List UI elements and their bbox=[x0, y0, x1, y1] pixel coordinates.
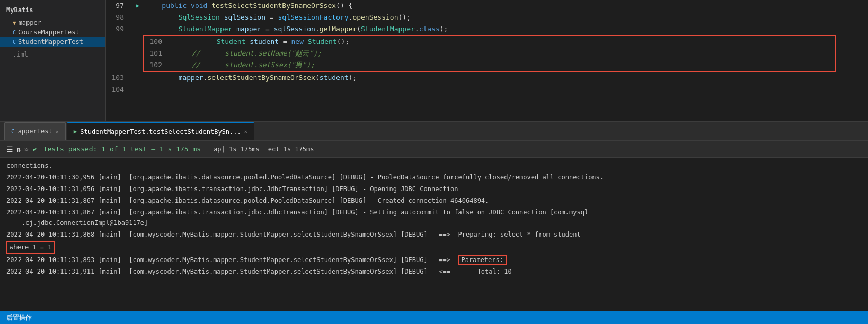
line-gutter-97: ▶ bbox=[132, 0, 143, 12]
test-bar-icons: ☰ ⇅ » bbox=[6, 145, 29, 154]
log-line-4: 2022-04-20-10:11:31,867 [main] [org.apac… bbox=[0, 206, 868, 229]
sidebar-item-label: CourseMapperTest bbox=[18, 29, 79, 36]
sidebar-item-course[interactable]: C CourseMapperTest bbox=[0, 28, 105, 37]
test-bar: ☰ ⇅ » ✔ Tests passed: 1 of 1 test – 1 s … bbox=[0, 141, 868, 158]
boxed-code-block: 100 Student student = new Student(); 101… bbox=[143, 35, 836, 72]
test-item-ect: ect 1s 175ms bbox=[268, 146, 314, 153]
line-content-98: SqlSession sqlSession = sqlSessionFactor… bbox=[143, 12, 868, 23]
line-number-102: 102 bbox=[144, 59, 171, 71]
tab-mapper-test[interactable]: C apperTest ✕ bbox=[4, 122, 66, 140]
line-number-103: 103 bbox=[106, 72, 132, 84]
project-title: MyBatis bbox=[0, 4, 105, 16]
log-line-2: 2022-04-20-10:11:31,056 [main] [org.apac… bbox=[0, 183, 868, 195]
line-number-97: 97 bbox=[106, 0, 132, 12]
line-content-102: // student.setSsex("男"); bbox=[181, 59, 835, 71]
test-passed-text: Tests passed: 1 of 1 test – 1 s 175 ms bbox=[43, 145, 201, 153]
log-line-where: where 1 = 1 bbox=[0, 240, 868, 254]
line-number-99: 99 bbox=[106, 23, 132, 35]
test-info: ap| 1s 175ms ect 1s 175ms bbox=[214, 146, 314, 153]
sidebar-item-label: StudentMapperTest bbox=[18, 38, 83, 46]
run-arrow-icon: ▶ bbox=[136, 0, 139, 12]
tab-close-mapper[interactable]: ✕ bbox=[56, 129, 59, 134]
list-icon[interactable]: ☰ bbox=[6, 145, 13, 154]
sidebar-item-mapper[interactable]: ▼ mapper bbox=[0, 18, 105, 28]
file-icon: C bbox=[13, 30, 16, 35]
code-area: MyBatis ▼ mapper C CourseMapperTest C St… bbox=[0, 0, 868, 122]
sidebar-group: ▼ mapper C CourseMapperTest C StudentMap… bbox=[0, 18, 105, 47]
log-line-1: 2022-04-20-10:11:30,956 [main] [org.apac… bbox=[0, 172, 868, 183]
code-lines: 97 ▶ public void testSelectStudentBySnam… bbox=[106, 0, 868, 95]
sidebar-iml: .iml bbox=[0, 47, 105, 59]
log-line-6: 2022-04-20-10:11:31,893 [main] [com.wysc… bbox=[0, 254, 868, 266]
line-content-103: mapper.selectStudentBySnameOrSsex(studen… bbox=[143, 72, 868, 84]
code-line-103: 103 mapper.selectStudentBySnameOrSsex(st… bbox=[106, 72, 868, 84]
folder-icon: ▼ bbox=[13, 20, 16, 26]
tab-label-student: StudentMapperTest.testSelectStudentBySn.… bbox=[80, 128, 241, 136]
code-line-97: 97 ▶ public void testSelectStudentBySnam… bbox=[106, 0, 868, 12]
line-number-101: 101 bbox=[144, 48, 171, 59]
test-item-ap: ap| 1s 175ms bbox=[214, 146, 260, 153]
line-number-104: 104 bbox=[106, 84, 132, 95]
tab-close-student[interactable]: ✕ bbox=[244, 129, 247, 134]
file-icon: C bbox=[13, 39, 16, 45]
parameters-box: Parameters: bbox=[458, 255, 507, 265]
status-text: 后置操作 bbox=[6, 313, 32, 322]
sort-icon[interactable]: ⇅ bbox=[16, 145, 21, 154]
test-passed-badge: ✔ bbox=[33, 145, 37, 153]
log-line-5: 2022-04-20-10:11:31,868 [main] [com.wysc… bbox=[0, 229, 868, 240]
tab-icon-mapper: C bbox=[11, 128, 15, 135]
chevron-icon[interactable]: » bbox=[24, 145, 28, 154]
log-area: connections. 2022-04-20-10:11:30,956 [ma… bbox=[0, 158, 868, 311]
line-content-100: Student student = new Student(); bbox=[181, 36, 835, 48]
code-line-102: 102 // student.setSsex("男"); bbox=[144, 59, 835, 71]
sidebar-item-student[interactable]: C StudentMapperTest bbox=[0, 37, 105, 47]
iml-label: .iml bbox=[13, 51, 28, 58]
tab-label-mapper: apperTest bbox=[18, 128, 52, 135]
tab-student-test[interactable]: ▶ StudentMapperTest.testSelectStudentByS… bbox=[67, 122, 254, 140]
sidebar: MyBatis ▼ mapper C CourseMapperTest C St… bbox=[0, 0, 106, 121]
tab-icon-student: ▶ bbox=[74, 128, 77, 135]
log-line-0: connections. bbox=[0, 160, 868, 172]
tab-bar: C apperTest ✕ ▶ StudentMapperTest.testSe… bbox=[0, 122, 868, 141]
code-line-99: 99 StudentMapper mapper = sqlSession.get… bbox=[106, 23, 868, 35]
line-content-97: public void testSelectStudentBySnameOrSs… bbox=[143, 0, 868, 12]
main-container: MyBatis ▼ mapper C CourseMapperTest C St… bbox=[0, 0, 868, 324]
line-number-98: 98 bbox=[106, 12, 132, 23]
code-line-101: 101 // student.setName("赵云"); bbox=[144, 48, 835, 59]
log-line-7: 2022-04-20-10:11:31,911 [main] [com.wysc… bbox=[0, 266, 868, 277]
line-content-101: // student.setName("赵云"); bbox=[181, 48, 835, 59]
log-line-3: 2022-04-20-10:11:31,867 [main] [org.apac… bbox=[0, 195, 868, 206]
code-line-100: 100 Student student = new Student(); bbox=[144, 36, 835, 48]
line-number-100: 100 bbox=[144, 36, 171, 48]
code-line-104: 104 bbox=[106, 84, 868, 95]
where-box: where 1 = 1 bbox=[6, 241, 55, 254]
sidebar-item-label: mapper bbox=[19, 19, 41, 26]
code-line-98: 98 SqlSession sqlSession = sqlSessionFac… bbox=[106, 12, 868, 23]
code-editor: 97 ▶ public void testSelectStudentBySnam… bbox=[106, 0, 868, 121]
status-bar: 后置操作 bbox=[0, 311, 868, 324]
line-content-99: StudentMapper mapper = sqlSession.getMap… bbox=[143, 23, 868, 35]
